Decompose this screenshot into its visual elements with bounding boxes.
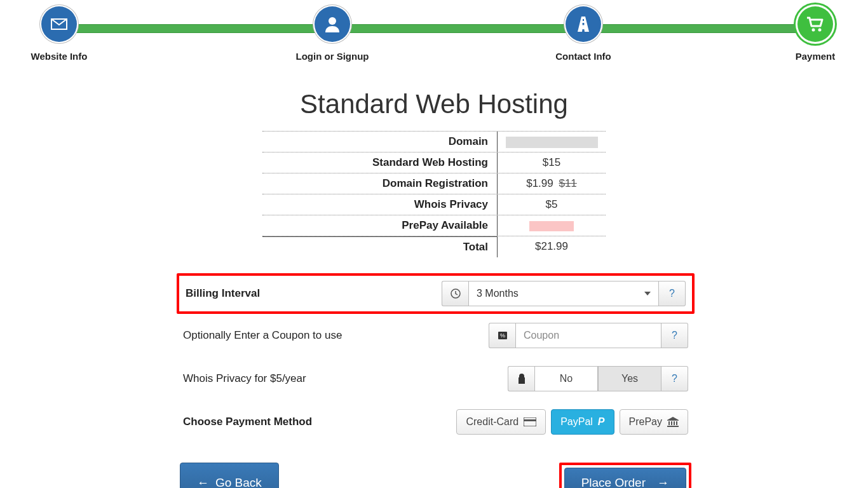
coupon-label: Optionally Enter a Coupon to use bbox=[183, 329, 482, 342]
billing-interval-row: Billing Interval 3 Months ? bbox=[177, 273, 695, 314]
svg-rect-8 bbox=[524, 417, 536, 426]
table-row: Whois Privacy $5 bbox=[262, 194, 606, 215]
progress-line bbox=[53, 24, 815, 33]
whois-privacy-row: Whois Privacy for $5/year No Yes ? bbox=[177, 357, 695, 400]
svg-rect-9 bbox=[524, 419, 536, 421]
coupon-row: Optionally Enter a Coupon to use % Coupo… bbox=[177, 314, 695, 357]
payment-method-label: Choose Payment Method bbox=[183, 416, 450, 428]
price-current: $1.99 bbox=[526, 177, 553, 189]
step-website-info[interactable]: Website Info bbox=[11, 6, 107, 62]
step-label: Contact Info bbox=[536, 51, 631, 62]
go-back-button[interactable]: Go Back bbox=[180, 463, 279, 488]
svg-rect-2 bbox=[583, 23, 585, 25]
svg-rect-1 bbox=[583, 19, 584, 21]
step-label: Payment bbox=[768, 51, 863, 62]
user-icon bbox=[315, 6, 350, 42]
row-label: Total bbox=[262, 236, 498, 257]
step-payment[interactable]: Payment bbox=[768, 6, 863, 62]
chevron-down-icon bbox=[644, 292, 651, 295]
credit-card-button[interactable]: Credit-Card bbox=[456, 409, 546, 435]
ticket-icon: % bbox=[489, 323, 515, 348]
lock-icon bbox=[508, 366, 534, 391]
button-label: Go Back bbox=[215, 476, 262, 488]
payment-method-row: Choose Payment Method Credit-Card PayPal… bbox=[177, 400, 695, 444]
page-title: Standard Web Hosting bbox=[173, 89, 695, 119]
help-button[interactable]: ? bbox=[659, 281, 686, 306]
road-icon bbox=[566, 6, 601, 42]
row-value: $21.99 bbox=[498, 236, 606, 257]
clock-icon bbox=[442, 281, 468, 306]
whois-no-button[interactable]: No bbox=[534, 366, 598, 391]
whois-yes-button[interactable]: Yes bbox=[598, 366, 661, 391]
select-value: 3 Months bbox=[477, 288, 519, 299]
row-label: Domain Registration bbox=[262, 173, 498, 194]
envelope-icon bbox=[41, 6, 77, 42]
arrow-left-icon bbox=[197, 476, 209, 488]
table-row: PrePay Available bbox=[262, 215, 606, 236]
row-label: Whois Privacy bbox=[262, 194, 498, 215]
place-order-highlight: Place Order bbox=[559, 463, 691, 488]
help-button[interactable]: ? bbox=[661, 366, 688, 391]
table-row: Domain bbox=[262, 131, 606, 152]
prepay-button[interactable]: PrePay bbox=[620, 409, 688, 435]
button-label: Credit-Card bbox=[466, 416, 519, 428]
bank-icon bbox=[667, 417, 679, 427]
row-value: $5 bbox=[498, 194, 606, 215]
place-order-button[interactable]: Place Order bbox=[564, 468, 686, 488]
credit-card-icon bbox=[524, 417, 536, 426]
price-original: $11 bbox=[559, 177, 576, 189]
row-value: $1.99 $11 bbox=[498, 173, 606, 194]
coupon-input[interactable]: Coupon bbox=[515, 323, 661, 348]
row-value bbox=[498, 132, 606, 152]
button-label: PrePay bbox=[629, 416, 662, 428]
button-label: Place Order bbox=[581, 476, 646, 488]
row-label: Standard Web Hosting bbox=[262, 152, 498, 173]
step-label: Login or Signup bbox=[285, 51, 380, 62]
whois-label: Whois Privacy for $5/year bbox=[183, 372, 501, 385]
redacted-prepay bbox=[529, 221, 574, 231]
svg-point-3 bbox=[812, 29, 815, 32]
paypal-icon: P bbox=[598, 416, 605, 428]
step-label: Website Info bbox=[11, 51, 107, 62]
svg-point-4 bbox=[818, 29, 822, 32]
svg-point-0 bbox=[329, 17, 336, 25]
cart-icon bbox=[797, 6, 833, 42]
svg-text:%: % bbox=[499, 332, 505, 339]
billing-interval-label: Billing Interval bbox=[186, 287, 435, 300]
checkout-progress: Website Info Login or Signup Contact Inf… bbox=[18, 6, 850, 64]
redacted-domain bbox=[506, 137, 598, 148]
price-summary-table: Domain Standard Web Hosting $15 Domain R… bbox=[262, 131, 606, 257]
table-row-total: Total $21.99 bbox=[262, 236, 606, 257]
row-value bbox=[498, 215, 606, 236]
paypal-button[interactable]: PayPal P bbox=[551, 409, 614, 435]
row-label: PrePay Available bbox=[262, 215, 498, 236]
table-row: Domain Registration $1.99 $11 bbox=[262, 173, 606, 194]
help-button[interactable]: ? bbox=[661, 323, 688, 348]
billing-interval-select[interactable]: 3 Months bbox=[468, 281, 659, 306]
row-value: $15 bbox=[498, 152, 606, 173]
table-row: Standard Web Hosting $15 bbox=[262, 152, 606, 173]
step-login-signup[interactable]: Login or Signup bbox=[285, 6, 380, 62]
button-label: PayPal bbox=[560, 416, 593, 428]
step-contact-info[interactable]: Contact Info bbox=[536, 6, 631, 62]
row-label: Domain bbox=[262, 132, 498, 152]
placeholder-text: Coupon bbox=[524, 330, 559, 341]
